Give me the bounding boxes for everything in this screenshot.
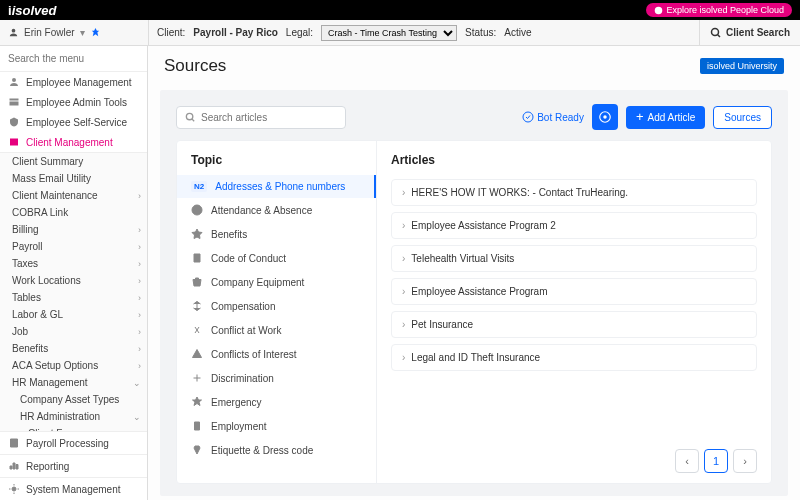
target-icon bbox=[598, 110, 612, 124]
top-bar: iisolved Explore isolved People Cloud bbox=[0, 0, 800, 20]
topic-discrimination[interactable]: Discrimination bbox=[177, 366, 376, 390]
subnav-tables[interactable]: Tables› bbox=[0, 289, 147, 306]
nav-icon bbox=[8, 76, 20, 88]
chevron-right-icon: › bbox=[402, 220, 405, 231]
sources-button[interactable]: Sources bbox=[713, 106, 772, 129]
topic-heading: Topic bbox=[177, 141, 376, 175]
explore-people-cloud-button[interactable]: Explore isolved People Cloud bbox=[646, 3, 792, 17]
subnav-client-summary[interactable]: Client Summary bbox=[0, 153, 147, 170]
topic-conflicts-of-interest[interactable]: Conflicts of Interest bbox=[177, 342, 376, 366]
topic-icon bbox=[191, 252, 203, 264]
topic-attendance-absence[interactable]: Attendance & Absence bbox=[177, 198, 376, 222]
chevron-right-icon: › bbox=[402, 187, 405, 198]
page-number-button[interactable]: 1 bbox=[704, 449, 728, 473]
article-row[interactable]: ›Legal and ID Theft Insurance bbox=[391, 344, 757, 371]
topic-emergency[interactable]: Emergency bbox=[177, 390, 376, 414]
subnav-hr-management[interactable]: HR Management⌄ bbox=[0, 374, 147, 391]
chevron-right-icon: › bbox=[402, 319, 405, 330]
topic-icon bbox=[191, 300, 203, 312]
subnav-aca-setup-options[interactable]: ACA Setup Options› bbox=[0, 357, 147, 374]
nav-icon bbox=[8, 96, 20, 108]
nav-icon bbox=[8, 116, 20, 128]
subnav-mass-email-utility[interactable]: Mass Email Utility bbox=[0, 170, 147, 187]
client-value: Payroll - Pay Rico bbox=[193, 27, 277, 38]
search-icon bbox=[710, 27, 722, 39]
topic-icon bbox=[191, 420, 203, 432]
search-articles-wrap[interactable] bbox=[176, 106, 346, 129]
svg-point-6 bbox=[523, 112, 533, 122]
svg-line-5 bbox=[192, 118, 194, 120]
topic-panel: Topic N2Addresses & Phone numbersAttenda… bbox=[177, 141, 377, 483]
subnav-taxes[interactable]: Taxes› bbox=[0, 255, 147, 272]
pagination: ‹ 1 › bbox=[675, 449, 757, 473]
subnav-labor-gl[interactable]: Labor & GL› bbox=[0, 306, 147, 323]
client-search-button[interactable]: Client Search bbox=[699, 20, 800, 45]
svg-point-2 bbox=[712, 28, 719, 35]
topic-conflict-at-work[interactable]: Conflict at Work bbox=[177, 318, 376, 342]
article-row[interactable]: ›Employee Assistance Program 2 bbox=[391, 212, 757, 239]
menu-search-input[interactable] bbox=[0, 46, 147, 72]
topic-employment[interactable]: Employment bbox=[177, 414, 376, 438]
subnav-benefits[interactable]: Benefits› bbox=[0, 340, 147, 357]
nav-icon bbox=[8, 483, 20, 495]
subnav-hr-administration[interactable]: HR Administration⌄ bbox=[0, 408, 147, 425]
subnav-company-asset-types[interactable]: Company Asset Types bbox=[0, 391, 147, 408]
subnav-client-forms[interactable]: Client Forms bbox=[0, 425, 147, 431]
svg-point-1 bbox=[12, 29, 16, 33]
article-row[interactable]: ›Telehealth Virtual Visits bbox=[391, 245, 757, 272]
nav-icon bbox=[8, 460, 20, 472]
client-label: Client: bbox=[157, 27, 185, 38]
nav-item-employee-self-service[interactable]: Employee Self-Service bbox=[0, 112, 147, 132]
nav-item-employee-management[interactable]: Employee Management bbox=[0, 72, 147, 92]
topic-icon bbox=[191, 324, 203, 336]
legal-label: Legal: bbox=[286, 27, 313, 38]
topic-icon bbox=[191, 372, 203, 384]
subnav-work-locations[interactable]: Work Locations› bbox=[0, 272, 147, 289]
brand-logo: iisolved bbox=[8, 3, 56, 18]
articles-panel: Articles ›HERE'S HOW IT WORKS: - Contact… bbox=[377, 141, 771, 483]
article-row[interactable]: ›Pet Insurance bbox=[391, 311, 757, 338]
main-area: Sources isolved University Bot Ready + bbox=[148, 46, 800, 500]
pin-icon[interactable] bbox=[90, 27, 101, 38]
nav-item-system-management[interactable]: System Management bbox=[0, 477, 147, 500]
topic-code-of-conduct[interactable]: Code of Conduct bbox=[177, 246, 376, 270]
topic-addresses-phone-numbers[interactable]: N2Addresses & Phone numbers bbox=[177, 175, 376, 198]
toolbar: Bot Ready + Add Article Sources bbox=[160, 90, 788, 140]
subnav-client-maintenance[interactable]: Client Maintenance› bbox=[0, 187, 147, 204]
subnav-job[interactable]: Job› bbox=[0, 323, 147, 340]
status-value: Active bbox=[504, 27, 531, 38]
nav-item-employee-admin-tools[interactable]: Employee Admin Tools bbox=[0, 92, 147, 112]
svg-line-3 bbox=[718, 34, 721, 37]
settings-icon-button[interactable] bbox=[592, 104, 618, 130]
nav-item-reporting[interactable]: Reporting bbox=[0, 454, 147, 477]
nav-item-client-management[interactable]: Client Management bbox=[0, 132, 147, 152]
user-info[interactable]: Erin Fowler ▾ bbox=[0, 27, 148, 38]
page-prev-button[interactable]: ‹ bbox=[675, 449, 699, 473]
topic-compensation[interactable]: Compensation bbox=[177, 294, 376, 318]
subnav-payroll[interactable]: Payroll› bbox=[0, 238, 147, 255]
isolved-university-button[interactable]: isolved University bbox=[700, 58, 784, 74]
topic-company-equipment[interactable]: Company Equipment bbox=[177, 270, 376, 294]
globe-icon bbox=[654, 6, 663, 15]
article-row[interactable]: ›HERE'S HOW IT WORKS: - Contact TruHeari… bbox=[391, 179, 757, 206]
topic-badge: N2 bbox=[191, 181, 207, 192]
bot-ready-status[interactable]: Bot Ready bbox=[522, 111, 584, 123]
chevron-right-icon: › bbox=[402, 253, 405, 264]
search-articles-input[interactable] bbox=[201, 112, 337, 123]
search-icon bbox=[185, 112, 196, 123]
subnav-cobra-link[interactable]: COBRA Link bbox=[0, 204, 147, 221]
chevron-right-icon: › bbox=[402, 352, 405, 363]
topic-icon bbox=[191, 444, 203, 456]
svg-point-0 bbox=[655, 6, 663, 14]
article-row[interactable]: ›Employee Assistance Program bbox=[391, 278, 757, 305]
topic-etiquette-dress-code[interactable]: Etiquette & Dress code bbox=[177, 438, 376, 462]
subnav-billing[interactable]: Billing› bbox=[0, 221, 147, 238]
add-article-button[interactable]: + Add Article bbox=[626, 106, 705, 129]
topic-benefits[interactable]: Benefits bbox=[177, 222, 376, 246]
legal-select[interactable]: Crash - Time Crash Testing bbox=[321, 25, 457, 41]
topic-icon bbox=[191, 204, 203, 216]
page-title: Sources bbox=[164, 56, 226, 76]
client-context: Client: Payroll - Pay Rico Legal: Crash … bbox=[148, 20, 699, 45]
nav-item-payroll-processing[interactable]: Payroll Processing bbox=[0, 431, 147, 454]
page-next-button[interactable]: › bbox=[733, 449, 757, 473]
